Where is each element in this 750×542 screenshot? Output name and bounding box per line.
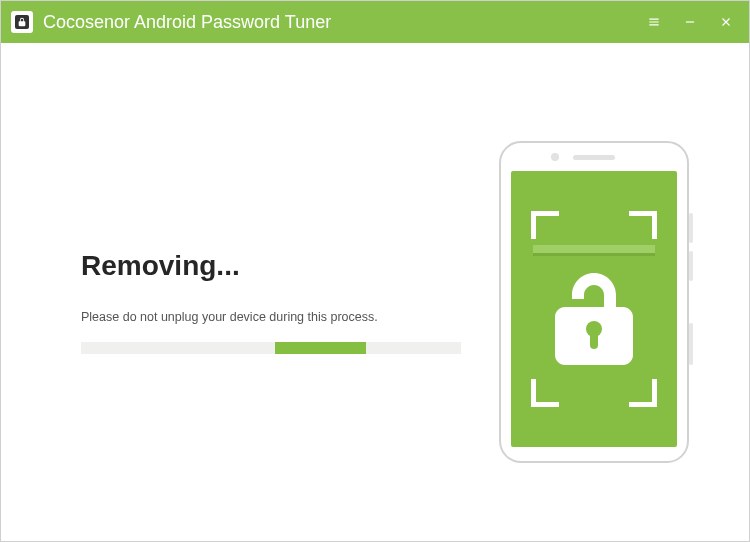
frame-corner-icon: [629, 379, 657, 407]
progress-fill: [275, 342, 366, 354]
phone-screen: [511, 171, 677, 447]
frame-corner-icon: [531, 211, 559, 239]
frame-corner-icon: [531, 379, 559, 407]
menu-icon: [647, 15, 661, 29]
title-controls: [645, 13, 735, 31]
svg-rect-1: [590, 333, 598, 349]
menu-button[interactable]: [645, 13, 663, 31]
titlebar: Cocosenor Android Password Tuner: [1, 1, 749, 43]
phone-camera: [551, 153, 559, 161]
status-panel: Removing... Please do not unplug your de…: [41, 250, 461, 354]
status-subtext: Please do not unplug your device during …: [81, 310, 461, 324]
content-area: Removing... Please do not unplug your de…: [1, 43, 749, 541]
minimize-icon: [683, 15, 697, 29]
minimize-button[interactable]: [681, 13, 699, 31]
illustration-panel: [479, 141, 709, 463]
status-heading: Removing...: [81, 250, 461, 282]
progress-bar: [81, 342, 461, 354]
lock-icon: [17, 17, 27, 27]
close-button[interactable]: [717, 13, 735, 31]
app-title: Cocosenor Android Password Tuner: [43, 12, 645, 33]
phone-power: [689, 323, 693, 365]
scan-line-icon: [533, 245, 655, 253]
close-icon: [719, 15, 733, 29]
phone-volume-down: [689, 251, 693, 281]
frame-corner-icon: [629, 211, 657, 239]
unlock-icon: [555, 273, 633, 365]
phone-earpiece: [573, 155, 615, 160]
app-logo: [11, 11, 33, 33]
phone-illustration: [499, 141, 689, 463]
phone-volume-up: [689, 213, 693, 243]
